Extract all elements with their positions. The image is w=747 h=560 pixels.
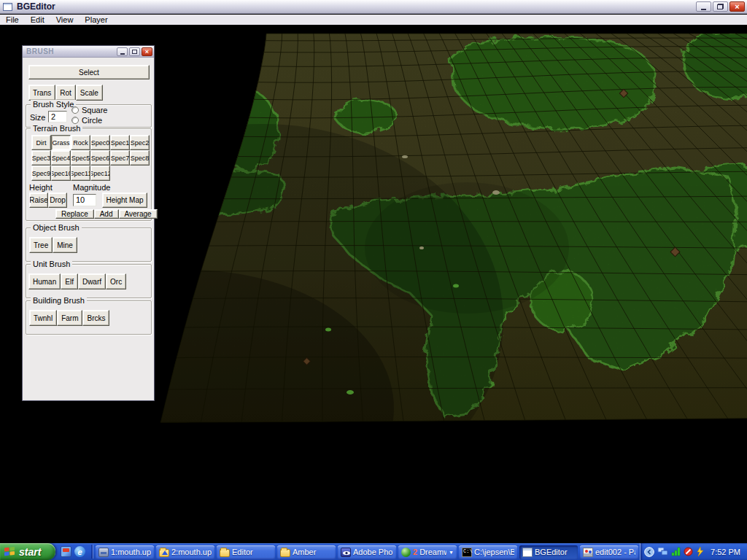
transform-button-scale[interactable]: Scale [76, 85, 103, 101]
power-bolt-icon[interactable] [696, 547, 705, 556]
window-title: BGEditor [17, 1, 55, 12]
restore-icon [717, 4, 724, 9]
close-button[interactable]: × [729, 1, 745, 12]
cmd-icon [462, 548, 472, 557]
texture-button-spec8[interactable]: Spec8 [130, 150, 150, 166]
task-label: 2:mouth.upl.... [171, 548, 212, 556]
building-brush-legend: Building Brush [31, 296, 87, 305]
height-map-button[interactable]: Height Map [102, 192, 147, 208]
texture-button-spec4[interactable]: Spec4 [51, 150, 71, 166]
texture-button-dirt[interactable]: Dirt [31, 135, 51, 150]
texture-button-spec3[interactable]: Spec3 [31, 150, 51, 166]
task-label: 1:mouth.upl.... [111, 548, 151, 556]
size-input[interactable]: 2 [48, 111, 67, 122]
task-button-adobe-photo-[interactable]: Adobe Photo... [338, 545, 396, 559]
object-button-mine[interactable]: Mine [53, 237, 77, 253]
shape-radio-square[interactable]: Square [71, 106, 107, 114]
brush-close-button[interactable]: × [142, 47, 152, 56]
height-label: Height [29, 183, 53, 192]
task-label: Amber [293, 548, 333, 556]
minimize-button[interactable] [696, 1, 711, 12]
brush-maximize-button[interactable] [129, 47, 140, 56]
menu-item-view[interactable]: View [50, 15, 80, 25]
texture-button-rock[interactable]: Rock [71, 135, 90, 150]
transform-button-trans[interactable]: Trans [28, 85, 55, 101]
terrain-brush-legend: Terrain Brush [31, 124, 82, 133]
brush-palette-window[interactable]: BRUSH × Select TransRotScale Brush Style… [22, 45, 155, 401]
maximize-icon [132, 50, 137, 54]
photoshop-icon [341, 548, 351, 557]
unit-button-dwarf[interactable]: Dwarf [78, 273, 106, 289]
task-button-amber[interactable]: Amber [277, 545, 336, 559]
close-icon: × [145, 49, 149, 55]
blocked-alert-icon[interactable] [684, 547, 693, 556]
mode-button-average[interactable]: Average [119, 209, 158, 219]
mode-button-replace[interactable]: Replace [55, 209, 94, 219]
window-titlebar[interactable]: BGEditor × [0, 0, 747, 14]
menu-item-edit[interactable]: Edit [25, 15, 50, 25]
texture-button-spec7[interactable]: Spec7 [110, 150, 130, 166]
texture-button-grass[interactable]: Grass [51, 135, 71, 150]
media-player-icon[interactable] [61, 546, 71, 557]
magnitude-input[interactable]: 10 [73, 194, 96, 206]
magnitude-label: Magnitude [73, 183, 110, 192]
menu-item-player[interactable]: Player [79, 15, 113, 25]
internet-explorer-icon[interactable]: e [74, 546, 85, 557]
transform-button-rot[interactable]: Rot [55, 85, 76, 101]
building-button-twnhl[interactable]: Twnhl [29, 310, 57, 326]
menubar: FileEditViewPlayer [0, 15, 747, 25]
collapse-chevron-icon[interactable] [644, 547, 654, 557]
paint-icon [583, 548, 593, 557]
task-button-1-mouth-upl-[interactable]: 1:mouth.upl.... [96, 545, 154, 559]
object-button-tree[interactable]: Tree [29, 237, 53, 253]
folder-icon [280, 549, 290, 557]
texture-button-spec9[interactable]: Spec9 [31, 166, 51, 181]
restore-button[interactable] [713, 1, 728, 12]
task-button-area: 1:mouth.upl....2:mouth.upl....EditorAmbe… [93, 545, 640, 559]
building-button-farm[interactable]: Farm [57, 310, 82, 326]
task-button-edit002-paint[interactable]: edit002 - Paint [580, 545, 638, 559]
task-label: edit002 - Paint [595, 548, 635, 556]
windows-logo-icon [4, 546, 16, 557]
group-dropdown-icon[interactable]: ▼ [449, 550, 454, 555]
terrain-render[interactable] [153, 29, 747, 427]
object-brush-group: Object Brush TreeMine [26, 228, 152, 262]
unit-brush-legend: Unit Brush [31, 260, 72, 268]
task-button-c-jepsen-ba-[interactable]: C:\jepsen\Ba... [459, 545, 517, 559]
task-button-2-mouth-upl-[interactable]: 2:mouth.upl.... [156, 545, 214, 559]
texture-button-spec0[interactable]: Spec0 [90, 135, 110, 150]
select-button[interactable]: Select [28, 65, 150, 79]
brush-style-legend: Brush Style [31, 100, 76, 109]
building-button-brcks[interactable]: Brcks [82, 310, 109, 326]
texture-button-spec11[interactable]: Spec11 [71, 166, 90, 181]
window-icon [522, 548, 533, 557]
mode-button-add[interactable]: Add [94, 209, 119, 219]
signal-strength-icon[interactable] [671, 547, 681, 556]
texture-button-spec1[interactable]: Spec1 [110, 135, 130, 150]
texture-button-spec2[interactable]: Spec2 [130, 135, 150, 150]
brush-minimize-button[interactable] [117, 47, 128, 56]
task-button-dreamwe-[interactable]: 2Dreamwe...▼ [398, 545, 457, 559]
network-icon[interactable] [657, 547, 668, 556]
unit-button-human[interactable]: Human [28, 273, 61, 289]
building-brush-group: Building Brush TwnhlFarmBrcks [26, 300, 152, 335]
task-button-editor[interactable]: Editor [217, 545, 275, 559]
task-label: Dreamwe... [419, 548, 446, 556]
object-brush-legend: Object Brush [31, 223, 82, 232]
start-label: start [19, 546, 41, 558]
unit-button-elf[interactable]: Elf [61, 273, 78, 289]
texture-button-spec5[interactable]: Spec5 [71, 150, 90, 166]
raise-button[interactable]: Raise [29, 192, 48, 208]
texture-button-spec6[interactable]: Spec6 [90, 150, 110, 166]
unit-brush-group: Unit Brush HumanElfDwarfOrc [26, 264, 152, 298]
menu-item-file[interactable]: File [0, 15, 25, 25]
start-button[interactable]: start [0, 543, 55, 560]
brush-titlebar[interactable]: BRUSH × [23, 46, 154, 58]
app-icon [98, 548, 109, 557]
texture-button-spec12[interactable]: Spec12 [90, 166, 110, 181]
texture-button-spec10[interactable]: Spec10 [51, 166, 71, 181]
task-label: C:\jepsen\Ba... [474, 548, 514, 556]
task-button-bgeditor[interactable]: BGEditor [519, 545, 578, 559]
unit-button-orc[interactable]: Orc [106, 273, 126, 289]
drop-button[interactable]: Drop [48, 192, 67, 208]
